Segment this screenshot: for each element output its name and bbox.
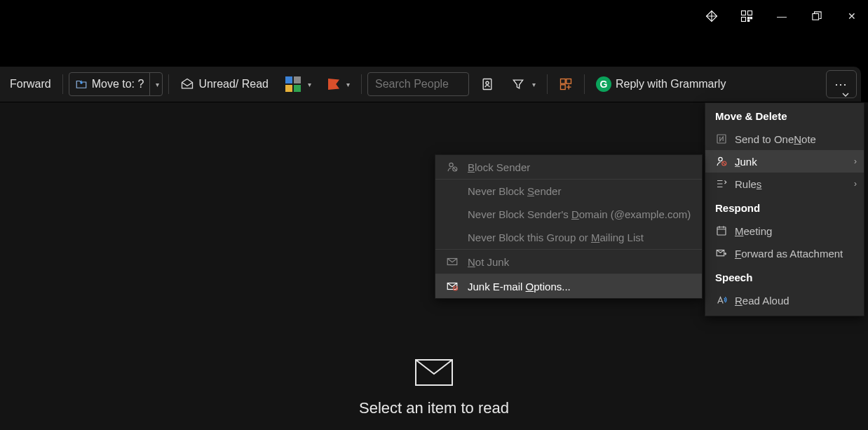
block-sender-icon	[446, 161, 459, 173]
not-junk-item[interactable]: Not Junk	[435, 250, 702, 274]
grammarly-label: Reply with Grammarly	[616, 78, 726, 90]
move-to-label: Move to: ?	[92, 78, 144, 90]
ribbon-toolbar: Forward Move to: ? ▾ Unread/ Read ▾ ▾ ▾ …	[0, 67, 861, 102]
move-to-combo[interactable]: Move to: ? ▾	[69, 72, 163, 96]
collapse-ribbon-button[interactable]	[840, 89, 851, 103]
separator	[62, 74, 63, 94]
panel-heading-speech: Speech	[705, 264, 864, 289]
forward-button[interactable]: Forward	[4, 74, 57, 94]
never-block-group-item[interactable]: Never Block this Group or Mailing List	[435, 226, 702, 249]
svg-point-18	[449, 163, 453, 166]
qr-icon[interactable]	[736, 6, 757, 27]
svg-rect-3	[748, 18, 750, 19]
item-label: Rules	[735, 178, 761, 190]
block-sender-item[interactable]: Block Sender	[435, 155, 702, 179]
read-aloud-icon	[715, 294, 728, 307]
envelope-open-icon	[180, 77, 194, 91]
addins-icon	[559, 77, 573, 91]
svg-rect-0	[742, 11, 746, 15]
separator	[168, 74, 169, 94]
svg-rect-11	[561, 85, 566, 90]
read-aloud-item[interactable]: Read Aloud	[705, 289, 864, 311]
forward-attachment-item[interactable]: Forward as Attachment	[705, 242, 864, 264]
overflow-panel: Move & Delete Send to OneNote Junk › Rul…	[705, 102, 864, 316]
envelope-icon	[414, 358, 454, 387]
envelope-icon	[446, 255, 459, 268]
item-label: Junk	[735, 156, 757, 168]
close-button[interactable]: ✕	[841, 6, 862, 27]
unread-read-button[interactable]: Unread/ Read	[175, 74, 274, 95]
item-label: Junk E-mail Options...	[468, 281, 571, 293]
svg-rect-2	[742, 18, 746, 22]
onenote-icon	[715, 133, 728, 145]
maximize-button[interactable]	[806, 6, 827, 27]
junk-item[interactable]: Junk ›	[705, 150, 864, 173]
forward-attachment-icon	[715, 247, 728, 260]
item-label: Meeting	[735, 225, 772, 237]
flag-button[interactable]: ▾	[323, 75, 355, 93]
svg-rect-4	[750, 18, 752, 19]
item-label: Forward as Attachment	[735, 248, 843, 260]
calendar-icon	[715, 224, 728, 237]
svg-point-8	[486, 81, 489, 84]
item-label: Not Junk	[468, 256, 509, 268]
empty-state-text: Select an item to read	[359, 399, 509, 417]
flag-icon	[328, 79, 339, 90]
separator	[361, 74, 362, 94]
address-book-button[interactable]	[475, 74, 500, 95]
folder-move-icon	[75, 78, 88, 90]
item-label: Never Block this Group or Mailing List	[468, 231, 644, 243]
junk-envelope-icon	[446, 280, 459, 293]
rules-item[interactable]: Rules ›	[705, 173, 864, 195]
grammarly-icon: G	[596, 76, 611, 92]
filter-icon	[511, 77, 525, 91]
separator	[547, 74, 548, 94]
categorize-icon	[285, 76, 301, 92]
send-to-onenote-item[interactable]: Send to OneNote	[705, 128, 864, 150]
item-label: Send to OneNote	[735, 133, 816, 145]
item-label: Never Block Sender's Domain (@example.co…	[468, 208, 691, 220]
never-block-domain-item[interactable]: Never Block Sender's Domain (@example.co…	[435, 203, 702, 226]
address-book-icon	[480, 77, 494, 91]
search-people-input[interactable]	[367, 72, 469, 96]
never-block-sender-item[interactable]: Never Block Sender	[435, 180, 702, 203]
svg-rect-5	[748, 20, 750, 21]
svg-rect-10	[567, 79, 571, 84]
junk-submenu: Block Sender Never Block Sender Never Bl…	[435, 154, 703, 299]
svg-rect-6	[813, 14, 819, 20]
svg-rect-9	[561, 79, 566, 84]
addins-button[interactable]	[553, 74, 578, 95]
svg-rect-1	[748, 11, 752, 15]
panel-heading-move-delete: Move & Delete	[705, 103, 864, 128]
svg-rect-16	[717, 227, 726, 235]
svg-point-14	[719, 157, 722, 161]
grammarly-button[interactable]: G Reply with Grammarly	[590, 73, 731, 95]
move-to-dropdown[interactable]: ▾	[149, 73, 162, 95]
filter-button[interactable]: ▾	[506, 74, 541, 95]
categorize-button[interactable]: ▾	[280, 73, 317, 95]
panel-heading-respond: Respond	[705, 195, 864, 220]
separator	[584, 74, 585, 94]
item-label: Block Sender	[468, 161, 530, 173]
meeting-item[interactable]: Meeting	[705, 220, 864, 242]
junk-person-icon	[715, 155, 728, 168]
forward-label: Forward	[10, 78, 51, 90]
premium-icon[interactable]	[701, 6, 722, 27]
rules-icon	[715, 177, 728, 190]
item-label: Never Block Sender	[468, 185, 561, 197]
minimize-button[interactable]: —	[771, 6, 792, 27]
item-label: Read Aloud	[735, 295, 789, 307]
junk-options-item[interactable]: Junk E-mail Options...	[435, 274, 702, 298]
unread-read-label: Unread/ Read	[198, 78, 269, 90]
